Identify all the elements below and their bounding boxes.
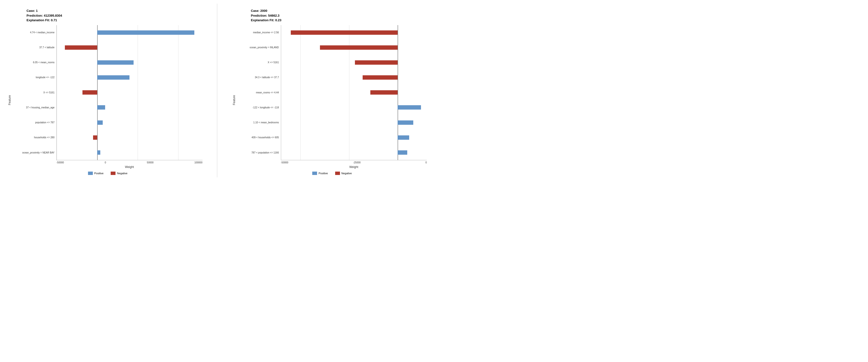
bar-row bbox=[281, 75, 427, 80]
feature-label: median_income <= 2.56 bbox=[238, 31, 279, 34]
feature-label: 787 < population <= 1166 bbox=[238, 151, 279, 154]
feature-label: -122 < longitude <= -118 bbox=[238, 106, 279, 109]
bar-segment-positive bbox=[97, 150, 100, 155]
bar-segment-negative bbox=[93, 135, 97, 140]
feature-label: X <= 5161 bbox=[13, 91, 55, 94]
feature-label: ocean_proximity = NEAR BAY bbox=[13, 151, 55, 154]
bar-row bbox=[57, 120, 203, 125]
feature-label: 37 < housing_median_age bbox=[13, 106, 55, 109]
bar-segment-positive bbox=[97, 30, 194, 35]
bar-segment-positive bbox=[97, 75, 129, 80]
chart2-negative-label: Negative bbox=[341, 172, 352, 175]
bar-row bbox=[57, 150, 203, 155]
bar-segment-positive bbox=[398, 150, 407, 155]
bars-wrapper bbox=[281, 25, 427, 160]
chart1-negative-label: Negative bbox=[117, 172, 127, 175]
feature-label: 409 < households <= 605 bbox=[238, 136, 279, 139]
bar-row bbox=[281, 105, 427, 110]
feature-label: 4.74 < median_income bbox=[13, 31, 55, 34]
chart2-area: Feature median_income <= 2.56ocean_proxi… bbox=[232, 25, 427, 175]
chart1-title-line3: Explanation Fit: 0.71 bbox=[27, 18, 203, 23]
x-tick-label: 100000 bbox=[194, 161, 202, 164]
chart1-bar-chart bbox=[56, 25, 203, 161]
bar-segment-positive bbox=[97, 60, 133, 65]
chart2-bars-axes: median_income <= 2.56ocean_proximity = I… bbox=[238, 25, 427, 161]
chart2-feature-labels: median_income <= 2.56ocean_proximity = I… bbox=[238, 25, 281, 161]
chart2-legend-negative: Negative bbox=[335, 172, 352, 175]
bar-row bbox=[57, 90, 203, 95]
charts-container: Case: 1 Prediction: 412395.8304 Explanat… bbox=[5, 4, 429, 177]
chart1-x-axis-title: Weight bbox=[13, 165, 203, 169]
chart2-legend: Positive Negative bbox=[238, 172, 427, 175]
chart1-positive-icon bbox=[88, 172, 93, 175]
bar-row bbox=[57, 30, 203, 35]
x-tick-label: 50000 bbox=[147, 161, 154, 164]
chart1-inner: 4.74 < median_income37.7 < latitude6.05 … bbox=[13, 25, 203, 175]
bar-segment-negative bbox=[320, 45, 398, 50]
bar-row bbox=[57, 105, 203, 110]
x-tick-label: 0 bbox=[105, 161, 106, 164]
bar-row bbox=[281, 120, 427, 125]
bar-segment-negative bbox=[355, 60, 398, 65]
bar-row bbox=[281, 90, 427, 95]
x-tick-label: 0 bbox=[425, 161, 427, 164]
feature-label: population <= 787 bbox=[13, 121, 55, 124]
chart2-title-line2: Prediction: 54662.3 bbox=[251, 13, 427, 18]
chart-panel-2: Case: 2000 Prediction: 54662.3 Explanati… bbox=[229, 4, 429, 177]
bar-segment-negative bbox=[65, 45, 97, 50]
bar-segment-positive bbox=[398, 105, 421, 110]
bars-wrapper bbox=[57, 25, 203, 160]
feature-label: 1.10 < mean_bedrooms bbox=[238, 121, 279, 124]
bar-row bbox=[281, 135, 427, 140]
bar-segment-positive bbox=[398, 120, 413, 125]
bar-segment-negative bbox=[370, 90, 398, 94]
chart1-legend-negative: Negative bbox=[111, 172, 127, 175]
bar-row bbox=[57, 60, 203, 65]
feature-label: ocean_proximity = INLAND bbox=[238, 46, 279, 49]
bar-row bbox=[281, 60, 427, 65]
bar-segment-negative bbox=[291, 30, 398, 35]
x-tick-label: -25000 bbox=[353, 161, 361, 164]
bar-row bbox=[281, 30, 427, 35]
bar-row bbox=[57, 75, 203, 80]
bar-row bbox=[57, 135, 203, 140]
feature-label: X <= 5161 bbox=[238, 61, 279, 64]
feature-label: households <= 280 bbox=[13, 136, 55, 139]
chart1-positive-label: Positive bbox=[94, 172, 104, 175]
chart2-negative-icon bbox=[335, 172, 340, 175]
chart1-title: Case: 1 Prediction: 412395.8304 Explanat… bbox=[7, 8, 203, 23]
chart2-y-axis-label: Feature bbox=[232, 25, 237, 175]
chart2-title-line1: Case: 2000 bbox=[251, 8, 427, 13]
feature-label: 37.7 < latitude bbox=[13, 46, 55, 49]
chart1-title-line1: Case: 1 bbox=[27, 8, 203, 13]
feature-label: longitude <= -122 bbox=[13, 76, 55, 79]
chart1-bars-axes: 4.74 < median_income37.7 < latitude6.05 … bbox=[13, 25, 203, 161]
chart2-title: Case: 2000 Prediction: 54662.3 Explanati… bbox=[232, 8, 427, 23]
chart1-legend: Positive Negative bbox=[13, 172, 203, 175]
bar-segment-positive bbox=[97, 120, 103, 125]
feature-label: mean_rooms <= 4.44 bbox=[238, 91, 279, 94]
chart1-legend-positive: Positive bbox=[88, 172, 104, 175]
chart-divider bbox=[217, 4, 217, 177]
chart1-feature-labels: 4.74 < median_income37.7 < latitude6.05 … bbox=[13, 25, 56, 161]
bar-row bbox=[281, 45, 427, 50]
chart2-inner: median_income <= 2.56ocean_proximity = I… bbox=[238, 25, 427, 175]
bar-segment-positive bbox=[398, 135, 409, 140]
bar-row bbox=[281, 150, 427, 155]
chart1-title-line2: Prediction: 412395.8304 bbox=[27, 13, 203, 18]
chart2-x-axis-title: Weight bbox=[238, 165, 427, 169]
feature-label: 34.3 < latitude <= 37.7 bbox=[238, 76, 279, 79]
chart2-legend-positive: Positive bbox=[312, 172, 328, 175]
chart2-positive-label: Positive bbox=[318, 172, 328, 175]
chart2-bar-chart bbox=[281, 25, 427, 161]
chart1-y-axis-label: Feature bbox=[7, 25, 12, 175]
chart2-title-line3: Explanation Fit: 0.23 bbox=[251, 18, 427, 23]
chart2-x-axis-labels: -50000-250000 bbox=[238, 161, 427, 164]
chart1-x-axis-labels: -50000050000100000 bbox=[13, 161, 203, 164]
x-tick-label: -50000 bbox=[56, 161, 64, 164]
chart-panel-1: Case: 1 Prediction: 412395.8304 Explanat… bbox=[5, 4, 205, 177]
bar-row bbox=[57, 45, 203, 50]
chart1-area: Feature 4.74 < median_income37.7 < latit… bbox=[7, 25, 203, 175]
bar-segment-negative bbox=[83, 90, 97, 94]
x-tick-label: -50000 bbox=[281, 161, 288, 164]
